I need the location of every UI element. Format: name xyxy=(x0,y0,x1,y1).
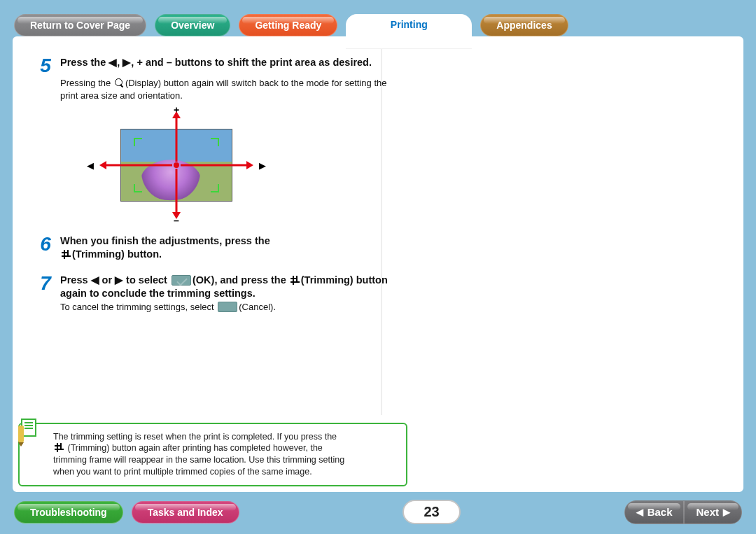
step-6: 6 When you finish the adjustments, press… xyxy=(36,234,393,261)
crop-mark-icon xyxy=(134,184,142,192)
shift-diagram: + – ◀ ▶ xyxy=(99,106,253,225)
bottom-nav: Troubleshooting Tasks and Index 23 ◀ Bac… xyxy=(14,500,742,524)
back-label: Back xyxy=(648,506,673,518)
text: (OK), and press the xyxy=(192,274,289,286)
crop-mark-icon xyxy=(211,138,219,146)
right-triangle-icon: ▶ xyxy=(259,160,266,171)
step-body: Pressing the (Display) button again will… xyxy=(60,77,393,101)
arrow-left-icon xyxy=(104,164,172,167)
tab-printing[interactable]: Printing xyxy=(346,14,472,49)
crop-mark-icon xyxy=(211,184,219,192)
next-label: Next xyxy=(696,506,719,518)
left-column: 5 Press the ◀, ▶, + and – buttons to shi… xyxy=(36,56,393,478)
step-title: Press ◀ or ▶ to select (OK), and press t… xyxy=(60,274,393,300)
left-triangle-icon: ◀ xyxy=(87,160,94,171)
text: Press ◀ or ▶ to select xyxy=(60,274,170,286)
text: To cancel the trimming settings, select xyxy=(60,302,216,312)
step-number: 5 xyxy=(36,56,55,76)
magnify-icon xyxy=(115,78,124,87)
back-next-group: ◀ Back Next ▶ xyxy=(624,500,742,524)
cancel-chip-icon xyxy=(218,302,237,312)
page-number: 23 xyxy=(402,500,460,524)
step-7: 7 Press ◀ or ▶ to select (OK), and press… xyxy=(36,274,393,314)
step-5: 5 Press the ◀, ▶, + and – buttons to shi… xyxy=(36,56,393,225)
triangle-left-icon: ◀ xyxy=(636,507,643,517)
back-button[interactable]: ◀ Back xyxy=(624,500,685,524)
crop-icon xyxy=(55,443,64,452)
text: trimming frame will reappear in the same… xyxy=(53,455,344,465)
arrow-right-icon xyxy=(181,164,249,167)
arrow-down-icon xyxy=(176,169,178,215)
text: (Trimming) button again after printing h… xyxy=(67,443,322,453)
crop-mark-icon xyxy=(134,138,142,146)
arrowhead-icon xyxy=(246,161,253,169)
arrowhead-icon xyxy=(172,212,181,219)
note-box: The trimming setting is reset when the p… xyxy=(18,423,407,487)
text: The trimming setting is reset when the p… xyxy=(53,432,337,442)
step-body: To cancel the trimming settings, select … xyxy=(60,301,393,314)
step-number: 7 xyxy=(36,274,55,293)
appendices-button[interactable]: Appendices xyxy=(480,14,568,36)
text: (Cancel). xyxy=(239,302,276,312)
text: when you want to print multiple trimmed … xyxy=(53,467,312,477)
step-title: When you finish the adjustments, press t… xyxy=(60,234,270,261)
top-nav: Return to Cover Page Overview Getting Re… xyxy=(0,0,756,49)
arrow-up-icon xyxy=(176,115,178,162)
crop-icon xyxy=(62,250,71,259)
step-number: 6 xyxy=(36,234,55,254)
tasks-index-button[interactable]: Tasks and Index xyxy=(132,501,239,524)
text: When you finish the adjustments, press t… xyxy=(60,235,270,246)
center-dot-icon xyxy=(174,162,179,168)
text: (Trimming) button. xyxy=(72,248,162,260)
step-title: Press the ◀, ▶, + and – buttons to shift… xyxy=(60,56,372,69)
troubleshooting-button[interactable]: Troubleshooting xyxy=(14,501,123,524)
text: Pressing the xyxy=(60,78,113,88)
arrowhead-icon xyxy=(172,111,181,118)
crop-icon xyxy=(290,276,300,285)
overview-button[interactable]: Overview xyxy=(155,14,230,36)
next-button[interactable]: Next ▶ xyxy=(684,500,742,524)
getting-ready-button[interactable]: Getting Ready xyxy=(239,14,337,36)
ok-chip-icon xyxy=(172,275,191,286)
page-body: 5 Press the ◀, ▶, + and – buttons to shi… xyxy=(13,36,743,492)
triangle-right-icon: ▶ xyxy=(723,507,730,517)
return-cover-button[interactable]: Return to Cover Page xyxy=(14,14,146,36)
arrowhead-icon xyxy=(99,161,106,169)
note-icon xyxy=(18,419,39,442)
